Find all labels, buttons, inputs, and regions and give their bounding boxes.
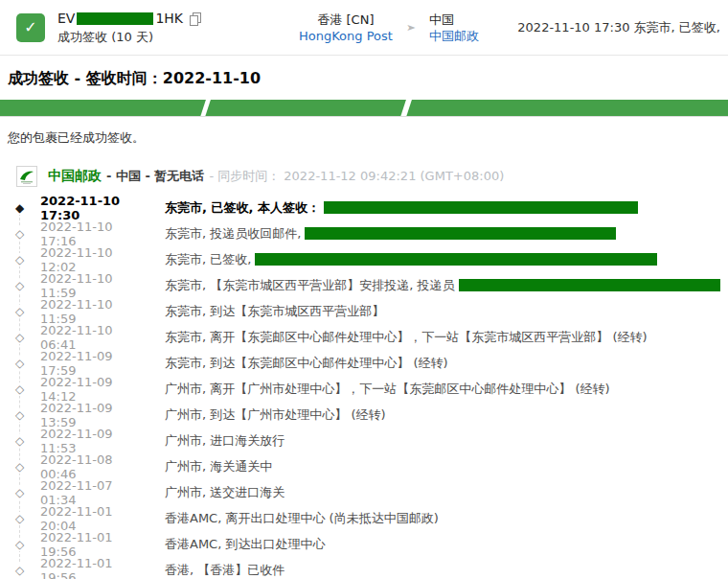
- event-redaction-bar: [459, 279, 720, 291]
- timeline-event-row: ◇2022-11-09 17:59东莞市, 到达【东莞邮区中心邮件处理中心】 (…: [0, 350, 720, 376]
- timeline-event-row: ◇2022-11-10 11:59东莞市, 到达【东莞市城区西平营业部】: [0, 298, 720, 324]
- timeline-event-row: ◆2022-11-10 17:30东莞市, 已签收, 本人签收：: [0, 195, 720, 220]
- event-time: 2022-11-10 17:16: [40, 220, 148, 248]
- timeline-event-row: ◇2022-11-09 11:53广州市, 进口海关放行: [0, 428, 720, 453]
- event-description: 广州市, 海关通关中: [165, 458, 272, 475]
- progress-segment-2: [205, 100, 406, 117]
- shipment-summary: ✓ EV 1HK 成功签收 (10 天) 香港 [CN] HongKong Po…: [0, 0, 728, 56]
- event-marker-hollow-diamond-icon: ◇: [12, 434, 27, 448]
- origin-column: 香港 [CN] HongKong Post: [299, 12, 393, 44]
- timeline-event-row: ◇2022-11-10 11:59东莞市, 【东莞市城区西平营业部】安排投递, …: [0, 272, 720, 298]
- event-marker-hollow-diamond-icon: ◇: [12, 512, 27, 525]
- event-time: 2022-11-10 11:59: [40, 271, 148, 300]
- event-marker-hollow-diamond-icon: ◇: [12, 357, 27, 370]
- event-time: 2022-11-09 17:59: [40, 349, 148, 378]
- event-description: 广州市, 送交进口海关: [165, 484, 284, 501]
- latest-event-summary: 2022-11-10 17:30 东莞市, 已签收,: [517, 19, 720, 36]
- delivery-progress-bar: [0, 100, 728, 117]
- event-description: 香港AMC, 离开出口处理中心 (尚未抵达中国邮政): [165, 510, 439, 527]
- delivery-status-line: 成功签收 (10 天): [57, 29, 299, 45]
- origin-country: 香港 [CN]: [299, 12, 393, 28]
- progress-segment-3: [406, 100, 728, 117]
- page-title: 成功签收 - 签收时间：2022-11-10: [8, 69, 720, 89]
- destination-carrier-link[interactable]: 中国邮政: [429, 29, 479, 43]
- event-time: 2022-11-09 13:59: [40, 401, 148, 429]
- event-time: 2022-11-01 20:04: [40, 504, 148, 533]
- event-marker-hollow-diamond-icon: ◇: [12, 227, 27, 241]
- event-marker-hollow-diamond-icon: ◇: [12, 408, 27, 422]
- event-time: 2022-11-09 11:53: [40, 427, 148, 455]
- event-marker-hollow-diamond-icon: ◇: [12, 538, 27, 551]
- event-time: 2022-11-08 00:46: [40, 452, 148, 481]
- event-description: 东莞市, 已签收, 本人签收：: [165, 199, 320, 217]
- event-time: 2022-11-10 12:02: [40, 245, 148, 274]
- event-redaction-bar: [255, 253, 657, 266]
- event-description: 广州市, 到达【广州市处理中心】 (经转): [165, 406, 386, 424]
- event-time: 2022-11-09 14:12: [40, 375, 148, 404]
- timeline-event-row: ◇2022-11-10 06:41东莞市, 离开【东莞邮区中心邮件处理中心】，下…: [0, 324, 720, 350]
- carrier-row: 中国邮政 - 中国 - 暂无电话 - 同步时间： 2022-11-12 09:4…: [16, 166, 720, 187]
- timeline-event-row: ◇2022-11-01 19:56香港AMC, 到达出口处理中心: [0, 531, 720, 557]
- event-description: 东莞市, 离开【东莞邮区中心邮件处理中心】，下一站【东莞市城区西平营业部】 (经…: [165, 329, 648, 346]
- event-description: 香港AMC, 到达出口处理中心: [165, 536, 325, 553]
- tracking-number-prefix: EV: [57, 11, 75, 27]
- timeline-event-row: ◇2022-11-01 20:04香港AMC, 离开出口处理中心 (尚未抵达中国…: [0, 505, 720, 531]
- event-time: 2022-11-10 11:59: [40, 297, 148, 326]
- copy-icon[interactable]: [190, 12, 199, 24]
- timeline-event-row: ◇2022-11-01 19:56香港, 【香港】已收件: [0, 557, 720, 579]
- carrier-meta: - 中国 - 暂无电话: [106, 168, 204, 185]
- event-marker-hollow-diamond-icon: ◇: [12, 279, 27, 292]
- status-message: 您的包裹已经成功签收。: [8, 129, 720, 147]
- route-summary: 香港 [CN] HongKong Post ➤ 中国 中国邮政: [299, 12, 479, 44]
- event-marker-hollow-diamond-icon: ◇: [12, 331, 27, 344]
- carrier-name-link[interactable]: 中国邮政: [48, 168, 102, 185]
- delivered-check-icon: ✓: [16, 13, 45, 42]
- event-marker-hollow-diamond-icon: ◇: [12, 382, 27, 396]
- event-redaction-bar: [305, 227, 616, 240]
- destination-column: 中国 中国邮政: [429, 12, 479, 44]
- tracking-number-redaction: [77, 12, 153, 25]
- event-marker-filled-diamond-icon: ◆: [12, 201, 27, 215]
- event-description: 东莞市, 到达【东莞邮区中心邮件处理中心】 (经转): [165, 355, 448, 372]
- event-marker-hollow-diamond-icon: ◇: [12, 305, 27, 318]
- timeline-event-row: ◇2022-11-10 12:02东莞市, 已签收,: [0, 246, 720, 272]
- timeline-event-row: ◇2022-11-07 01:34广州市, 送交进口海关: [0, 479, 720, 505]
- event-marker-hollow-diamond-icon: ◇: [12, 460, 27, 474]
- event-description: 广州市, 离开【广州市处理中心】，下一站【东莞邮区中心邮件处理中心】 (经转): [165, 381, 610, 398]
- tracking-number: EV 1HK: [57, 11, 299, 27]
- tracking-number-suffix: 1HK: [155, 11, 183, 27]
- timeline-event-row: ◇2022-11-09 14:12广州市, 离开【广州市处理中心】，下一站【东莞…: [0, 376, 720, 402]
- timeline-event-row: ◇2022-11-08 00:46广州市, 海关通关中: [0, 453, 720, 479]
- event-description: 广州市, 进口海关放行: [165, 432, 284, 450]
- event-redaction-bar: [324, 201, 638, 214]
- timeline-event-row: ◇2022-11-09 13:59广州市, 到达【广州市处理中心】 (经转): [0, 402, 720, 428]
- timeline-event-row: ◇2022-11-10 17:16东莞市, 投递员收回邮件,: [0, 220, 720, 246]
- event-time: 2022-11-10 06:41: [40, 323, 148, 352]
- event-description: 东莞市, 投递员收回邮件,: [165, 225, 301, 243]
- tracking-timeline: ◆2022-11-10 17:30东莞市, 已签收, 本人签收：◇2022-11…: [0, 195, 728, 579]
- china-post-logo-icon: [16, 166, 37, 187]
- route-arrow-icon: ➤: [406, 22, 416, 33]
- event-description: 东莞市, 【东莞市城区西平营业部】安排投递, 投递员: [165, 277, 455, 294]
- event-marker-hollow-diamond-icon: ◇: [12, 564, 27, 577]
- event-marker-hollow-diamond-icon: ◇: [12, 253, 27, 266]
- tracking-info: EV 1HK 成功签收 (10 天): [57, 11, 299, 45]
- event-time: 2022-11-01 19:56: [40, 556, 148, 579]
- event-marker-hollow-diamond-icon: ◇: [12, 486, 27, 499]
- event-time: 2022-11-07 01:34: [40, 478, 148, 507]
- carrier-sync-time: - 同步时间： 2022-11-12 09:42:21 (GMT+08:00): [209, 168, 504, 185]
- progress-segment-1: [0, 100, 206, 117]
- event-description: 东莞市, 已签收,: [165, 251, 251, 268]
- origin-carrier-link[interactable]: HongKong Post: [299, 29, 393, 43]
- event-description: 香港, 【香港】已收件: [165, 562, 284, 579]
- event-time: 2022-11-01 19:56: [40, 530, 148, 559]
- event-time: 2022-11-10 17:30: [40, 194, 148, 222]
- destination-country: 中国: [429, 12, 479, 28]
- event-description: 东莞市, 到达【东莞市城区西平营业部】: [165, 303, 384, 320]
